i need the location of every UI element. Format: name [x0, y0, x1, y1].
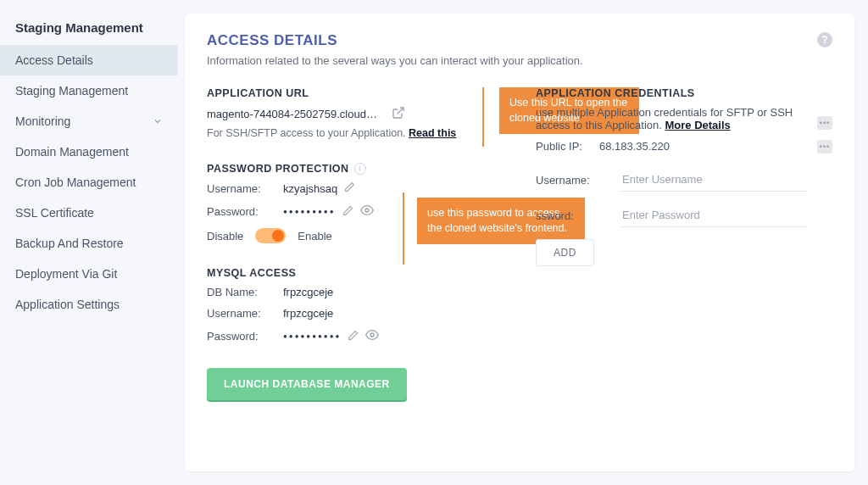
- svg-point-1: [365, 209, 369, 212]
- password-protection-toggle[interactable]: [255, 228, 286, 243]
- disable-label: Disable: [207, 230, 243, 242]
- sidebar-item-backup-and-restore[interactable]: Backup And Restore: [0, 228, 178, 259]
- db-user-label: Username:: [207, 307, 283, 320]
- svg-point-2: [370, 333, 374, 337]
- sidebar-title: Staging Management: [0, 14, 178, 45]
- external-link-icon[interactable]: [392, 106, 405, 122]
- db-pass-value: ●●●●●●●●●●: [283, 332, 341, 340]
- callout-line: [403, 192, 404, 265]
- page-subtitle: Information related to the several ways …: [207, 54, 583, 67]
- sidebar-item-monitoring[interactable]: Monitoring: [0, 106, 178, 137]
- help-icon[interactable]: ?: [817, 32, 832, 47]
- sidebar-item-application-settings[interactable]: Application Settings: [0, 289, 178, 320]
- app-url-value: magento-744084-2502759.cloudw…: [207, 108, 385, 120]
- page-title: ACCESS DETAILS: [207, 32, 583, 49]
- svg-line-0: [398, 108, 403, 114]
- sidebar: Staging Management Access Details Stagin…: [0, 0, 178, 485]
- password-protection-heading: PASSWORD PROTECTION i: [207, 163, 487, 175]
- app-url-help: For SSH/SFTP access to your Application.…: [207, 127, 487, 139]
- sidebar-item-cron-job-management[interactable]: Cron Job Management: [0, 167, 178, 198]
- app-credentials-desc: use multiple Application credentials for…: [536, 106, 807, 131]
- add-credential-button[interactable]: ADD: [536, 239, 594, 266]
- pp-password-value: ●●●●●●●●●: [283, 208, 336, 215]
- cred-password-label: ssword:: [536, 209, 597, 222]
- edit-icon[interactable]: [344, 181, 355, 195]
- db-name-label: DB Name:: [207, 286, 283, 298]
- edit-icon[interactable]: [348, 330, 359, 343]
- sidebar-item-staging-management[interactable]: Staging Management: [0, 75, 178, 106]
- read-this-link[interactable]: Read this: [409, 127, 456, 139]
- callout-line: [482, 87, 484, 147]
- enable-label: Enable: [298, 230, 331, 242]
- sidebar-item-deployment-via-git[interactable]: Deployment Via Git: [0, 259, 178, 289]
- public-ip-label: Public IP:: [536, 140, 582, 153]
- pp-username-value: kzyajshsaq: [283, 182, 337, 195]
- pp-password-label: Password:: [207, 205, 283, 218]
- app-credentials-heading: APPLICATION CREDENTIALS: [536, 87, 807, 99]
- sidebar-item-ssl-certificate[interactable]: SSL Certificate: [0, 198, 178, 228]
- main-panel: ACCESS DETAILS Information related to th…: [185, 14, 854, 471]
- eye-icon[interactable]: [365, 328, 379, 344]
- cred-username-input[interactable]: [620, 168, 807, 192]
- more-actions-icon[interactable]: •••: [817, 140, 832, 153]
- info-icon[interactable]: i: [354, 163, 366, 175]
- edit-icon[interactable]: [342, 205, 353, 219]
- pp-username-label: Username:: [207, 182, 283, 195]
- db-pass-label: Password:: [207, 330, 283, 343]
- app-url-heading: APPLICATION URL: [207, 87, 487, 99]
- db-user-value: frpzcgceje: [283, 307, 333, 320]
- launch-db-manager-button[interactable]: LAUNCH DATABASE MANAGER: [207, 368, 407, 400]
- mysql-access-heading: MYSQL ACCESS: [207, 267, 487, 279]
- chevron-down-icon: [153, 116, 163, 126]
- eye-icon[interactable]: [360, 203, 374, 220]
- cred-password-input[interactable]: [620, 203, 807, 227]
- public-ip-value: 68.183.35.220: [599, 140, 670, 153]
- db-name-value: frpzcgceje: [283, 286, 333, 298]
- more-details-link[interactable]: More Details: [665, 119, 730, 131]
- cred-username-label: Username:: [536, 174, 597, 187]
- more-actions-icon[interactable]: •••: [817, 116, 832, 130]
- sidebar-item-domain-management[interactable]: Domain Management: [0, 137, 178, 167]
- sidebar-item-access-details[interactable]: Access Details: [0, 45, 178, 75]
